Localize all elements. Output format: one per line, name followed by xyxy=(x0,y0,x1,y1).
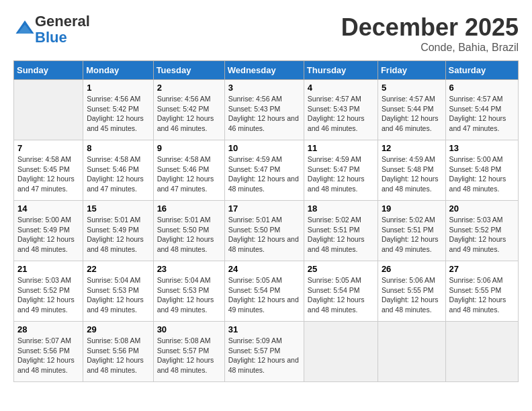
day-number: 12 xyxy=(382,143,442,153)
day-info: Sunrise: 4:56 AMSunset: 5:42 PMDaylight:… xyxy=(87,95,144,132)
calendar-cell: 14 Sunrise: 5:00 AMSunset: 5:49 PMDaylig… xyxy=(14,201,83,261)
calendar-cell: 7 Sunrise: 4:58 AMSunset: 5:45 PMDayligh… xyxy=(14,140,83,201)
day-info: Sunrise: 5:04 AMSunset: 5:53 PMDaylight:… xyxy=(157,276,214,314)
calendar-cell: 17 Sunrise: 5:01 AMSunset: 5:50 PMDaylig… xyxy=(224,201,304,261)
day-info: Sunrise: 4:59 AMSunset: 5:48 PMDaylight:… xyxy=(382,155,439,193)
calendar-cell: 28 Sunrise: 5:07 AMSunset: 5:56 PMDaylig… xyxy=(14,322,83,382)
week-row-3: 14 Sunrise: 5:00 AMSunset: 5:49 PMDaylig… xyxy=(14,201,519,261)
calendar-cell: 8 Sunrise: 4:58 AMSunset: 5:46 PMDayligh… xyxy=(83,140,153,201)
day-number: 8 xyxy=(87,143,149,153)
day-number: 20 xyxy=(449,203,515,214)
calendar-cell xyxy=(304,322,378,382)
day-number: 9 xyxy=(157,143,221,153)
logo-icon xyxy=(15,18,35,38)
calendar-cell: 2 Sunrise: 4:56 AMSunset: 5:42 PMDayligh… xyxy=(153,80,224,140)
day-info: Sunrise: 5:07 AMSunset: 5:56 PMDaylight:… xyxy=(17,336,75,374)
day-number: 7 xyxy=(17,143,79,153)
day-info: Sunrise: 5:06 AMSunset: 5:55 PMDaylight:… xyxy=(449,276,506,314)
week-row-5: 28 Sunrise: 5:07 AMSunset: 5:56 PMDaylig… xyxy=(14,322,519,382)
day-info: Sunrise: 4:57 AMSunset: 5:44 PMDaylight:… xyxy=(449,95,506,132)
logo-general-text: General xyxy=(35,13,90,30)
day-info: Sunrise: 5:04 AMSunset: 5:53 PMDaylight:… xyxy=(87,276,144,314)
calendar-cell: 9 Sunrise: 4:58 AMSunset: 5:46 PMDayligh… xyxy=(153,140,224,201)
day-info: Sunrise: 5:06 AMSunset: 5:55 PMDaylight:… xyxy=(382,276,439,314)
day-number: 13 xyxy=(449,143,515,153)
calendar-cell: 5 Sunrise: 4:57 AMSunset: 5:44 PMDayligh… xyxy=(378,80,445,140)
day-number: 21 xyxy=(17,264,79,274)
day-info: Sunrise: 4:57 AMSunset: 5:44 PMDaylight:… xyxy=(382,95,439,132)
day-number: 10 xyxy=(228,143,300,153)
calendar-cell: 24 Sunrise: 5:05 AMSunset: 5:54 PMDaylig… xyxy=(224,261,304,322)
calendar-cell: 4 Sunrise: 4:57 AMSunset: 5:43 PMDayligh… xyxy=(304,80,378,140)
day-info: Sunrise: 4:58 AMSunset: 5:46 PMDaylight:… xyxy=(87,155,144,193)
calendar-cell: 10 Sunrise: 4:59 AMSunset: 5:47 PMDaylig… xyxy=(224,140,304,201)
day-number: 1 xyxy=(87,83,149,93)
day-number: 17 xyxy=(228,203,300,214)
day-info: Sunrise: 5:02 AMSunset: 5:51 PMDaylight:… xyxy=(308,216,365,253)
calendar-cell: 22 Sunrise: 5:04 AMSunset: 5:53 PMDaylig… xyxy=(83,261,153,322)
day-number: 18 xyxy=(308,203,374,214)
calendar-cell: 16 Sunrise: 5:01 AMSunset: 5:50 PMDaylig… xyxy=(153,201,224,261)
calendar-cell: 30 Sunrise: 5:08 AMSunset: 5:57 PMDaylig… xyxy=(153,322,224,382)
calendar-cell: 3 Sunrise: 4:56 AMSunset: 5:43 PMDayligh… xyxy=(224,80,304,140)
calendar-cell: 18 Sunrise: 5:02 AMSunset: 5:51 PMDaylig… xyxy=(304,201,378,261)
day-number: 15 xyxy=(87,203,149,214)
calendar-cell: 15 Sunrise: 5:01 AMSunset: 5:49 PMDaylig… xyxy=(83,201,153,261)
day-info: Sunrise: 4:58 AMSunset: 5:45 PMDaylight:… xyxy=(17,155,75,193)
week-row-2: 7 Sunrise: 4:58 AMSunset: 5:45 PMDayligh… xyxy=(14,140,519,201)
day-number: 25 xyxy=(308,264,374,274)
day-info: Sunrise: 5:08 AMSunset: 5:57 PMDaylight:… xyxy=(157,336,214,374)
header-tuesday: Tuesday xyxy=(153,61,224,80)
day-info: Sunrise: 4:56 AMSunset: 5:43 PMDaylight:… xyxy=(228,95,299,132)
day-number: 27 xyxy=(449,264,515,274)
day-info: Sunrise: 5:05 AMSunset: 5:54 PMDaylight:… xyxy=(308,276,365,314)
calendar-cell: 25 Sunrise: 5:05 AMSunset: 5:54 PMDaylig… xyxy=(304,261,378,322)
calendar-cell xyxy=(378,322,445,382)
day-info: Sunrise: 5:08 AMSunset: 5:56 PMDaylight:… xyxy=(87,336,144,374)
day-number: 30 xyxy=(157,324,221,334)
day-info: Sunrise: 5:09 AMSunset: 5:57 PMDaylight:… xyxy=(228,336,299,374)
calendar-header-row: SundayMondayTuesdayWednesdayThursdayFrid… xyxy=(14,61,519,80)
header-wednesday: Wednesday xyxy=(224,61,304,80)
day-info: Sunrise: 4:56 AMSunset: 5:42 PMDaylight:… xyxy=(157,95,214,132)
header-sunday: Sunday xyxy=(14,61,83,80)
header-thursday: Thursday xyxy=(304,61,378,80)
day-number: 29 xyxy=(87,324,149,334)
logo: General Blue xyxy=(13,13,90,46)
calendar-cell: 26 Sunrise: 5:06 AMSunset: 5:55 PMDaylig… xyxy=(378,261,445,322)
day-number: 28 xyxy=(17,324,79,334)
day-info: Sunrise: 5:02 AMSunset: 5:51 PMDaylight:… xyxy=(382,216,439,253)
week-row-4: 21 Sunrise: 5:03 AMSunset: 5:52 PMDaylig… xyxy=(14,261,519,322)
day-info: Sunrise: 5:00 AMSunset: 5:49 PMDaylight:… xyxy=(17,216,75,253)
day-number: 3 xyxy=(228,83,300,93)
day-info: Sunrise: 5:01 AMSunset: 5:49 PMDaylight:… xyxy=(87,216,144,253)
day-number: 6 xyxy=(449,83,515,93)
calendar-cell: 23 Sunrise: 5:04 AMSunset: 5:53 PMDaylig… xyxy=(153,261,224,322)
header-friday: Friday xyxy=(378,61,445,80)
day-number: 19 xyxy=(382,203,442,214)
day-info: Sunrise: 4:58 AMSunset: 5:46 PMDaylight:… xyxy=(157,155,214,193)
logo-blue-text: Blue xyxy=(35,29,67,46)
calendar-cell: 19 Sunrise: 5:02 AMSunset: 5:51 PMDaylig… xyxy=(378,201,445,261)
calendar-cell: 12 Sunrise: 4:59 AMSunset: 5:48 PMDaylig… xyxy=(378,140,445,201)
day-number: 26 xyxy=(382,264,442,274)
calendar-table: SundayMondayTuesdayWednesdayThursdayFrid… xyxy=(13,60,519,382)
day-number: 31 xyxy=(228,324,300,334)
calendar-cell: 21 Sunrise: 5:03 AMSunset: 5:52 PMDaylig… xyxy=(14,261,83,322)
page-header: General Blue December 2025 Conde, Bahia,… xyxy=(13,13,519,54)
calendar-cell xyxy=(445,322,518,382)
day-info: Sunrise: 5:03 AMSunset: 5:52 PMDaylight:… xyxy=(449,216,506,253)
day-number: 11 xyxy=(308,143,374,153)
calendar-cell: 29 Sunrise: 5:08 AMSunset: 5:56 PMDaylig… xyxy=(83,322,153,382)
calendar-cell: 31 Sunrise: 5:09 AMSunset: 5:57 PMDaylig… xyxy=(224,322,304,382)
calendar-body: 1 Sunrise: 4:56 AMSunset: 5:42 PMDayligh… xyxy=(14,80,519,382)
calendar-cell: 27 Sunrise: 5:06 AMSunset: 5:55 PMDaylig… xyxy=(445,261,518,322)
day-number: 14 xyxy=(17,203,79,214)
day-number: 23 xyxy=(157,264,221,274)
calendar-cell: 1 Sunrise: 4:56 AMSunset: 5:42 PMDayligh… xyxy=(83,80,153,140)
day-info: Sunrise: 5:01 AMSunset: 5:50 PMDaylight:… xyxy=(157,216,214,253)
calendar-cell: 11 Sunrise: 4:59 AMSunset: 5:47 PMDaylig… xyxy=(304,140,378,201)
location: Conde, Bahia, Brazil xyxy=(341,42,519,54)
title-block: December 2025 Conde, Bahia, Brazil xyxy=(341,13,519,54)
calendar-cell xyxy=(14,80,83,140)
